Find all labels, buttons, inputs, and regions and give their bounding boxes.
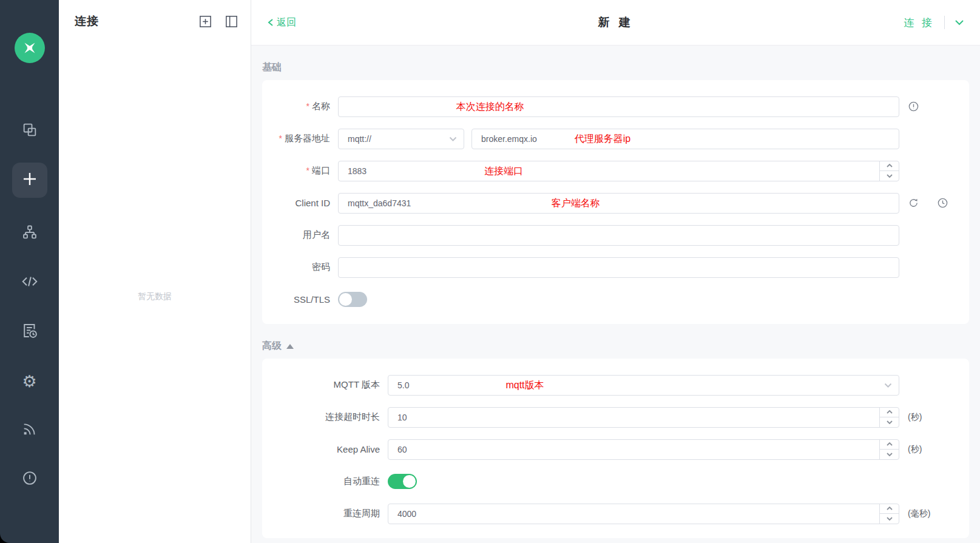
stepper-down-button[interactable] [880, 514, 899, 524]
overlapping-squares-icon [21, 121, 38, 141]
annotation-port: 连接端口 [484, 164, 523, 177]
annotation-name: 本次连接的名称 [456, 100, 524, 113]
mqtt-version-select[interactable]: 5.0 mqtt版本 [388, 375, 899, 396]
host-label: *服务器地址 [262, 133, 338, 144]
connections-panel: 连接 暂无数据 [59, 0, 251, 543]
connect-button[interactable]: 连 接 [904, 16, 934, 30]
timeout-stepper [879, 408, 899, 427]
mqttx-logo-icon [19, 38, 40, 58]
client-id-input[interactable]: mqttx_da6d7431 客户端名称 [338, 193, 899, 214]
auto-reconnect-label: 自动重连 [262, 476, 388, 487]
port-stepper [879, 161, 899, 181]
client-id-row: Client ID mqttx_da6d7431 客户端名称 [262, 187, 969, 219]
auto-reconnect-toggle[interactable] [388, 474, 417, 489]
stepper-down-button[interactable] [880, 417, 899, 427]
main-header: 返回 新 建 连 接 [251, 0, 980, 46]
log-document-clock-icon [21, 322, 39, 342]
sidebar-item-connections[interactable] [16, 118, 43, 144]
mqttx-app-window: ⚙ 连接 [0, 0, 980, 543]
port-label: *端口 [262, 165, 338, 177]
icon-sidebar: ⚙ [0, 0, 59, 543]
timeout-input[interactable]: 10 [388, 407, 899, 428]
form-content: 基础 *名称 本次连接的名称 *服务器地址 [251, 46, 980, 543]
info-circle-icon [21, 470, 38, 489]
new-connection-button[interactable] [198, 14, 212, 29]
port-input[interactable]: 1883 连接端口 [338, 161, 899, 181]
name-input[interactable]: 本次连接的名称 [338, 96, 899, 117]
ssl-toggle[interactable] [338, 292, 367, 307]
sidebar-item-about[interactable] [16, 466, 43, 493]
chevron-down-icon [449, 137, 457, 141]
keep-alive-unit: (秒) [908, 444, 922, 455]
stepper-down-button[interactable] [880, 171, 899, 181]
plus-icon [21, 170, 39, 191]
advanced-settings-card: MQTT 版本 5.0 mqtt版本 连接超时时长 10 [262, 359, 969, 538]
stepper-up-button[interactable] [880, 504, 899, 514]
username-label: 用户名 [262, 229, 338, 241]
ssl-label: SSL/TLS [262, 294, 338, 305]
section-advanced-label[interactable]: 高级 [262, 340, 969, 352]
required-marker: * [306, 101, 309, 111]
sitemap-icon [21, 224, 38, 243]
toggle-knob [403, 475, 416, 488]
mqtt-version-label: MQTT 版本 [262, 379, 388, 391]
page-title: 新 建 [598, 15, 633, 30]
collapse-arrow-icon [286, 344, 294, 349]
keep-alive-label: Keep Alive [262, 444, 388, 454]
timeout-unit: (秒) [908, 412, 922, 423]
keep-alive-row: Keep Alive 60 (秒) [262, 433, 969, 465]
stepper-up-button[interactable] [880, 440, 899, 450]
reconnect-period-stepper [879, 504, 899, 524]
collapse-panel-button[interactable] [224, 14, 238, 29]
layout-columns-icon [225, 15, 238, 29]
refresh-icon[interactable] [908, 197, 919, 209]
keep-alive-input[interactable]: 60 [388, 439, 899, 460]
protocol-select[interactable]: mqtt:// [338, 129, 464, 149]
port-row: *端口 1883 连接端口 [262, 155, 969, 187]
stepper-up-button[interactable] [880, 161, 899, 172]
reconnect-period-label: 重连周期 [262, 508, 388, 519]
connect-dropdown-button[interactable] [955, 19, 964, 25]
reconnect-period-row: 重连周期 4000 (毫秒) [262, 497, 969, 530]
sidebar-item-topology[interactable] [16, 220, 43, 247]
password-label: 密码 [262, 261, 338, 273]
keep-alive-stepper [879, 440, 899, 459]
divider [944, 16, 945, 29]
stepper-down-button[interactable] [880, 450, 899, 459]
section-basic-label: 基础 [262, 61, 969, 74]
panel-title: 连接 [75, 13, 99, 29]
sidebar-item-log[interactable] [16, 319, 43, 345]
username-input[interactable] [338, 225, 899, 246]
section-advanced-text: 高级 [262, 340, 282, 352]
rss-icon [21, 420, 38, 440]
timeout-label: 连接超时时长 [262, 411, 388, 423]
section-basic-text: 基础 [262, 61, 282, 74]
code-icon [21, 272, 39, 293]
gear-icon: ⚙ [22, 373, 36, 390]
ssl-row: SSL/TLS [262, 283, 969, 315]
host-input[interactable]: broker.emqx.io 代理服务器ip [471, 129, 899, 149]
toggle-knob [339, 293, 352, 306]
panel-actions [198, 14, 238, 29]
chevron-down-icon [955, 19, 964, 25]
sidebar-item-settings[interactable]: ⚙ [16, 368, 43, 394]
new-connection-view: 返回 新 建 连 接 基础 *名称 [251, 0, 980, 543]
back-button[interactable]: 返回 [267, 16, 296, 29]
timeout-row: 连接超时时长 10 (秒) [262, 401, 969, 433]
stepper-up-button[interactable] [880, 408, 899, 418]
auto-reconnect-row: 自动重连 [262, 465, 969, 497]
client-id-label: Client ID [262, 198, 338, 208]
clock-icon[interactable] [937, 197, 948, 209]
reconnect-period-unit: (毫秒) [908, 508, 930, 519]
basic-settings-card: *名称 本次连接的名称 *服务器地址 mq [262, 80, 969, 324]
info-circle-icon [908, 101, 919, 112]
annotation-client-id: 客户端名称 [552, 197, 600, 209]
sidebar-item-script[interactable] [16, 269, 43, 296]
name-row: *名称 本次连接的名称 [262, 90, 969, 123]
chevron-down-icon [884, 383, 892, 388]
password-input[interactable] [338, 257, 899, 278]
sidebar-item-new-connection[interactable] [12, 163, 47, 198]
sidebar-item-broker[interactable] [16, 417, 43, 444]
reconnect-period-input[interactable]: 4000 [388, 504, 899, 524]
chevron-left-icon [267, 18, 274, 27]
